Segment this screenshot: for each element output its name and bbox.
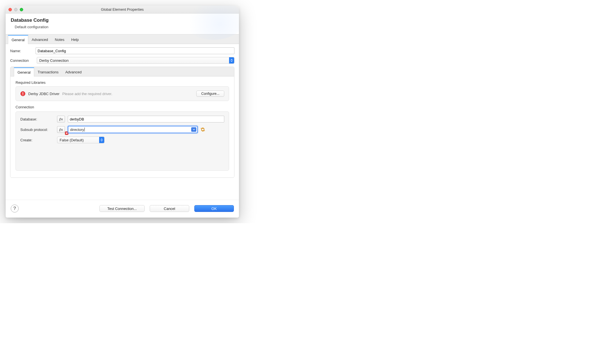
page-title: Database Config <box>11 17 234 23</box>
connection-section-label: Connection <box>16 105 229 109</box>
connection-group: Database: ƒx Subsub protocol: ƒx <box>16 111 229 171</box>
database-label: Database: <box>20 117 57 121</box>
create-select[interactable]: False (Default) <box>57 137 105 143</box>
subsub-protocol-combobox[interactable]: directory <box>68 126 198 133</box>
window-title: Global Element Properties <box>6 7 239 12</box>
outer-tabs: General Advanced Notes Help <box>6 34 239 44</box>
inner-tab-pane: Required Libraries Derby JDBC Driver Ple… <box>10 76 234 177</box>
inner-tab-general[interactable]: General <box>14 67 34 76</box>
outer-tab-pane: Name: Connection Derby Connection Genera… <box>6 44 239 200</box>
dialog-header: Database Config Default configuration <box>6 14 239 34</box>
titlebar: Global Element Properties <box>6 6 239 14</box>
tab-help[interactable]: Help <box>68 35 82 44</box>
subsub-protocol-label: Subsub protocol: <box>20 128 57 132</box>
chevron-updown-icon <box>99 137 104 143</box>
connection-label: Connection <box>10 58 36 63</box>
configure-button[interactable]: Configure... <box>196 91 224 97</box>
connection-select-value: Derby Connection <box>39 58 69 63</box>
tab-advanced[interactable]: Advanced <box>28 35 51 44</box>
refresh-icon[interactable] <box>200 127 206 132</box>
button-bar: ? Test Connection... Cancel OK <box>6 200 239 218</box>
driver-hint: Please add the required driver. <box>62 92 112 96</box>
cancel-button[interactable]: Cancel <box>150 205 189 212</box>
connection-config-panel: General Transactions Advanced Required L… <box>10 67 234 178</box>
subsub-protocol-value: directory <box>70 128 84 132</box>
connection-select[interactable]: Derby Connection <box>37 57 234 64</box>
warning-icon <box>20 91 25 96</box>
svg-point-2 <box>23 95 23 95</box>
required-libraries-label: Required Libraries <box>16 80 229 85</box>
fx-button-database[interactable]: ƒx <box>57 116 65 122</box>
database-input[interactable] <box>68 116 224 122</box>
inner-tab-advanced[interactable]: Advanced <box>62 67 85 76</box>
name-label: Name: <box>10 49 36 53</box>
create-label: Create: <box>20 138 57 142</box>
help-button[interactable]: ? <box>11 205 19 212</box>
svg-rect-1 <box>23 92 23 94</box>
driver-name: Derby JDBC Driver <box>28 92 60 96</box>
help-icon: ? <box>13 206 16 211</box>
ok-button[interactable]: OK <box>194 205 234 212</box>
page-subtitle: Default configuration <box>15 25 234 29</box>
tab-general[interactable]: General <box>8 35 28 44</box>
required-libraries-group: Derby JDBC Driver Please add the require… <box>16 86 229 101</box>
inner-tab-transactions[interactable]: Transactions <box>34 67 62 76</box>
text-caret <box>84 128 85 131</box>
inner-tabs: General Transactions Advanced <box>10 67 234 76</box>
tab-notes[interactable]: Notes <box>51 35 68 44</box>
create-select-value: False (Default) <box>60 138 84 142</box>
dialog-window: Global Element Properties Database Confi… <box>6 6 239 218</box>
chevron-updown-icon <box>229 57 234 63</box>
fx-button-subsub[interactable]: ƒx <box>57 126 65 133</box>
test-connection-button[interactable]: Test Connection... <box>99 205 145 212</box>
chevron-down-icon[interactable] <box>191 127 196 132</box>
name-input[interactable] <box>36 47 234 54</box>
